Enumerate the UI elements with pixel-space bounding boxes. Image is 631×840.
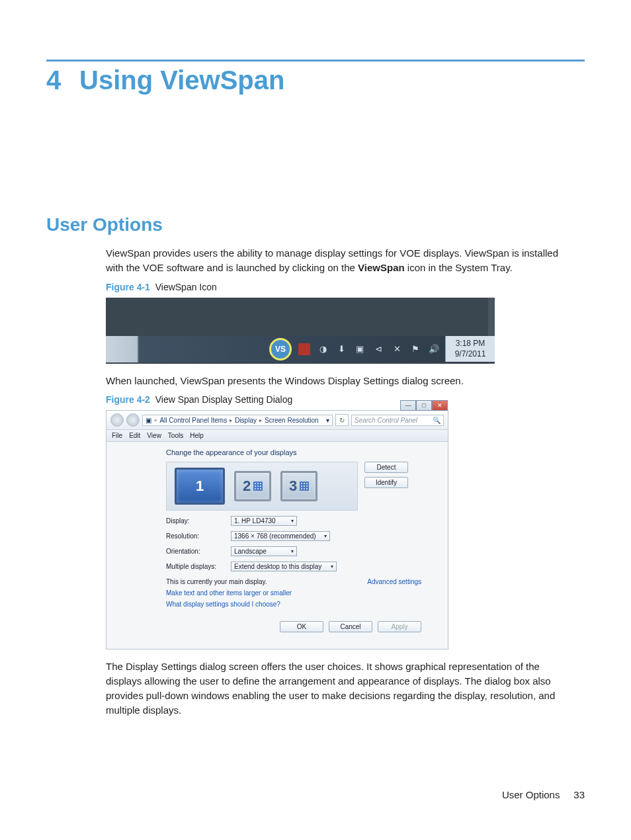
figure-2-title: View Span Display Setting Dialog: [155, 394, 293, 405]
page-footer: User Options 33: [502, 789, 585, 800]
tray-icon-6[interactable]: ✕: [391, 343, 403, 355]
paragraph-1-bold: ViewSpan: [358, 262, 405, 273]
paragraph-3: The Display Settings dialog screen offer…: [106, 659, 578, 717]
display-3[interactable]: 3: [280, 471, 317, 501]
search-input[interactable]: Search Control Panel 🔍: [351, 415, 444, 426]
close-button[interactable]: ✕: [432, 400, 448, 411]
cancel-button[interactable]: Cancel: [329, 621, 372, 632]
menu-view[interactable]: View: [147, 432, 161, 439]
footer-page: 33: [573, 789, 585, 800]
chapter-divider: [46, 60, 585, 62]
breadcrumb-0: All Control Panel Items: [159, 417, 227, 424]
menu-edit[interactable]: Edit: [129, 432, 140, 439]
multiple-label: Multiple displays:: [166, 563, 226, 570]
forward-button[interactable]: [126, 413, 140, 427]
menu-bar: File Edit View Tools Help: [106, 430, 448, 442]
tray-time: 3:18 PM: [451, 339, 489, 349]
taskbar: VS ◑ ⬇ ▣ ⊲ ✕ ⚑ 🔊 3:18 PM 9/7/2011: [106, 336, 495, 362]
display-label: Display:: [166, 517, 226, 525]
dialog-content: Change the appearance of your displays 1…: [106, 442, 448, 614]
display-1[interactable]: 1: [175, 468, 225, 505]
breadcrumb-1: Display: [235, 417, 257, 424]
breadcrumb[interactable]: ▣« All Control Panel Items▸ Display▸ Scr…: [142, 415, 333, 426]
advanced-settings-link[interactable]: Advanced settings: [367, 578, 421, 585]
viewspan-icon[interactable]: VS: [269, 338, 292, 360]
orientation-select[interactable]: Landscape▾: [231, 546, 297, 556]
back-button[interactable]: [110, 413, 124, 427]
help-link[interactable]: What display settings should I choose?: [166, 601, 421, 608]
chapter-title: Using ViewSpan: [79, 65, 284, 95]
main-display-note: This is currently your main display.: [166, 578, 267, 585]
chapter-heading: 4 Using ViewSpan: [46, 65, 585, 95]
menu-tools[interactable]: Tools: [168, 432, 183, 439]
display-2[interactable]: 2: [234, 471, 271, 501]
section-heading: User Options: [46, 214, 585, 235]
identify-button[interactable]: Identify: [364, 477, 408, 488]
figure-1-label: Figure 4-1: [106, 282, 150, 292]
figure-1-image: VS ◑ ⬇ ▣ ⊲ ✕ ⚑ 🔊 3:18 PM 9/7/2011: [106, 298, 495, 364]
search-placeholder: Search Control Panel: [355, 417, 417, 424]
tray-clock[interactable]: 3:18 PM 9/7/2011: [445, 336, 495, 362]
breadcrumb-2: Screen Resolution: [265, 417, 319, 424]
ok-button[interactable]: OK: [280, 621, 323, 632]
resolution-label: Resolution:: [166, 532, 226, 540]
window-controls: — □ ✕: [400, 400, 448, 411]
multiple-select[interactable]: Extend desktop to this display▾: [231, 562, 337, 571]
tray-icon-2[interactable]: ◑: [317, 343, 329, 355]
tray-icon-5[interactable]: ⊲: [372, 343, 384, 355]
minimize-button[interactable]: —: [400, 400, 416, 411]
figure-1-title: ViewSpan Icon: [155, 282, 217, 292]
tray-icon-7[interactable]: ⚑: [409, 343, 421, 355]
tray-date: 9/7/2011: [451, 349, 489, 360]
dialog-buttons: OK Cancel Apply: [106, 614, 448, 632]
apply-button[interactable]: Apply: [378, 621, 421, 632]
maximize-button[interactable]: □: [416, 400, 432, 411]
search-icon: 🔍: [433, 417, 441, 424]
footer-section: User Options: [502, 789, 560, 800]
tray-icon-4[interactable]: ▣: [354, 343, 366, 355]
dialog-heading: Change the appearance of your displays: [166, 448, 421, 456]
figure-2-caption: Figure 4-2 View Span Display Setting Dia…: [106, 394, 585, 405]
system-tray: VS ◑ ⬇ ▣ ⊲ ✕ ⚑ 🔊: [269, 338, 445, 360]
menu-help[interactable]: Help: [190, 432, 204, 439]
speaker-icon[interactable]: 🔊: [428, 343, 440, 355]
chapter-number: 4: [46, 65, 79, 95]
resolution-select[interactable]: 1366 × 768 (recommended)▾: [231, 531, 330, 541]
paragraph-1-b: icon in the System Tray.: [405, 262, 513, 273]
figure-2-label: Figure 4-2: [106, 394, 150, 405]
tray-icon-3[interactable]: ⬇: [335, 343, 347, 355]
refresh-button[interactable]: ↻: [335, 414, 349, 426]
paragraph-2: When launched, ViewSpan presents the Win…: [106, 374, 578, 388]
paragraph-1: ViewSpan provides users the ability to m…: [106, 246, 578, 275]
text-size-link[interactable]: Make text and other items larger or smal…: [166, 589, 421, 597]
detect-button[interactable]: Detect: [364, 462, 408, 473]
tray-icon-1[interactable]: [298, 343, 310, 355]
orientation-label: Orientation:: [166, 548, 226, 555]
display-select[interactable]: 1. HP LD4730▾: [231, 516, 297, 526]
menu-file[interactable]: File: [112, 432, 122, 439]
display-preview[interactable]: 1 2 3: [166, 462, 358, 511]
figure-2-dialog: — □ ✕ ▣« All Control Panel Items▸ Displa…: [106, 410, 448, 650]
figure-1-caption: Figure 4-1 ViewSpan Icon: [106, 282, 585, 292]
address-bar: ▣« All Control Panel Items▸ Display▸ Scr…: [106, 411, 448, 430]
